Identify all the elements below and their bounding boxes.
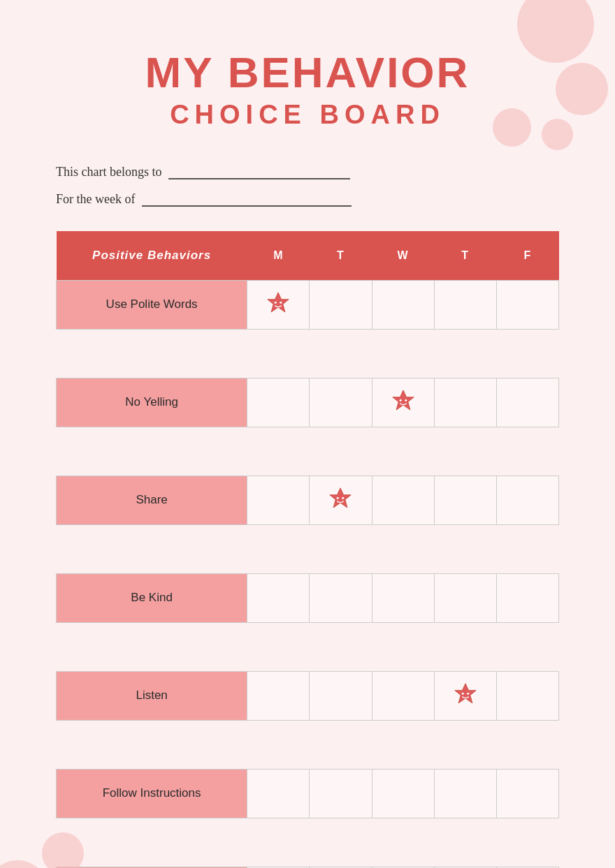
- spacer-row: [57, 720, 559, 769]
- svg-marker-9: [455, 684, 476, 703]
- star-cell-3-1[interactable]: [310, 573, 372, 622]
- star-cell-0-3[interactable]: [434, 280, 496, 329]
- svg-marker-6: [330, 488, 351, 508]
- star-cell-1-1[interactable]: [310, 378, 372, 427]
- star-cell-3-4[interactable]: [496, 573, 558, 622]
- star-cell-5-0[interactable]: [247, 769, 310, 818]
- spacer-row: [57, 818, 559, 867]
- svg-point-10: [461, 693, 463, 695]
- week-blank: [142, 205, 352, 207]
- star-cell-1-4[interactable]: [496, 378, 558, 427]
- day-header-m: M: [247, 231, 310, 280]
- week-label: For the week of: [56, 192, 135, 207]
- svg-marker-0: [268, 293, 289, 312]
- star-cell-3-0[interactable]: [247, 573, 310, 622]
- spacer-row: [57, 622, 559, 671]
- day-header-f: F: [496, 231, 558, 280]
- star-cell-0-2[interactable]: [372, 280, 434, 329]
- star-cell-2-2[interactable]: [372, 476, 434, 524]
- decorative-circle-4: [542, 119, 573, 150]
- star-cell-0-4[interactable]: [496, 280, 558, 329]
- info-section: This chart belongs to For the week of: [56, 165, 559, 207]
- decorative-circle-3: [493, 108, 531, 147]
- star-cell-2-0[interactable]: [247, 476, 310, 524]
- table-row: Share: [57, 476, 559, 524]
- spacer-row: [57, 427, 559, 476]
- day-header-w: W: [372, 231, 434, 280]
- star-cell-3-3[interactable]: [434, 573, 496, 622]
- star-cell-5-2[interactable]: [372, 769, 434, 818]
- behavior-cell-0: Use Polite Words: [57, 280, 247, 329]
- day-header-t1: T: [310, 231, 372, 280]
- title-sub: CHOICE BOARD: [56, 100, 559, 130]
- svg-marker-3: [392, 390, 413, 410]
- table-row: Use Polite Words: [57, 280, 559, 329]
- day-header-t2: T: [434, 231, 496, 280]
- behavior-cell-2: Share: [57, 476, 247, 524]
- page: MY BEHAVIOR CHOICE BOARD This chart belo…: [0, 0, 615, 868]
- behaviors-header: Positive Behaviors: [57, 231, 247, 280]
- star-cell-4-2[interactable]: [372, 671, 434, 720]
- belongs-line: This chart belongs to: [56, 165, 559, 179]
- star-cell-2-3[interactable]: [434, 476, 496, 524]
- title-main: MY BEHAVIOR: [56, 49, 559, 96]
- star-cell-0-0[interactable]: [247, 280, 310, 329]
- star-cell-5-3[interactable]: [434, 769, 496, 818]
- star-cell-5-4[interactable]: [496, 769, 558, 818]
- behavior-cell-4: Listen: [57, 671, 247, 720]
- star-cell-1-2[interactable]: [372, 378, 434, 427]
- star-cell-1-3[interactable]: [434, 378, 496, 427]
- svg-point-8: [342, 497, 345, 499]
- svg-point-5: [405, 399, 407, 402]
- svg-point-11: [467, 693, 469, 695]
- table-row: Follow Instructions: [57, 769, 559, 818]
- table-row: Be Kind: [57, 573, 559, 622]
- svg-point-2: [280, 302, 282, 304]
- belongs-label: This chart belongs to: [56, 165, 161, 179]
- behavior-cell-3: Be Kind: [57, 573, 247, 622]
- star-cell-3-2[interactable]: [372, 573, 434, 622]
- star-cell-4-1[interactable]: [310, 671, 372, 720]
- decorative-circle-2: [556, 63, 608, 115]
- star-cell-4-3[interactable]: [434, 671, 496, 720]
- week-line: For the week of: [56, 192, 559, 207]
- spacer-row: [57, 329, 559, 378]
- star-cell-2-1[interactable]: [310, 476, 372, 524]
- behavior-table: Positive Behaviors M T W T F Use Polite …: [56, 231, 559, 868]
- belongs-blank: [168, 178, 350, 179]
- behavior-cell-1: No Yelling: [57, 378, 247, 427]
- star-cell-1-0[interactable]: [247, 378, 310, 427]
- table-row: Listen: [57, 671, 559, 720]
- svg-point-7: [337, 497, 339, 499]
- spacer-row: [57, 524, 559, 573]
- star-cell-5-1[interactable]: [310, 769, 372, 818]
- svg-point-4: [399, 399, 401, 402]
- star-cell-4-0[interactable]: [247, 671, 310, 720]
- star-cell-0-1[interactable]: [310, 280, 372, 329]
- star-cell-4-4[interactable]: [496, 671, 558, 720]
- table-row: No Yelling: [57, 378, 559, 427]
- table-header-row: Positive Behaviors M T W T F: [57, 231, 559, 280]
- svg-point-1: [275, 302, 277, 304]
- star-cell-2-4[interactable]: [496, 476, 558, 524]
- decorative-circle-5: [0, 860, 49, 868]
- header: MY BEHAVIOR CHOICE BOARD: [56, 49, 559, 130]
- behavior-cell-5: Follow Instructions: [57, 769, 247, 818]
